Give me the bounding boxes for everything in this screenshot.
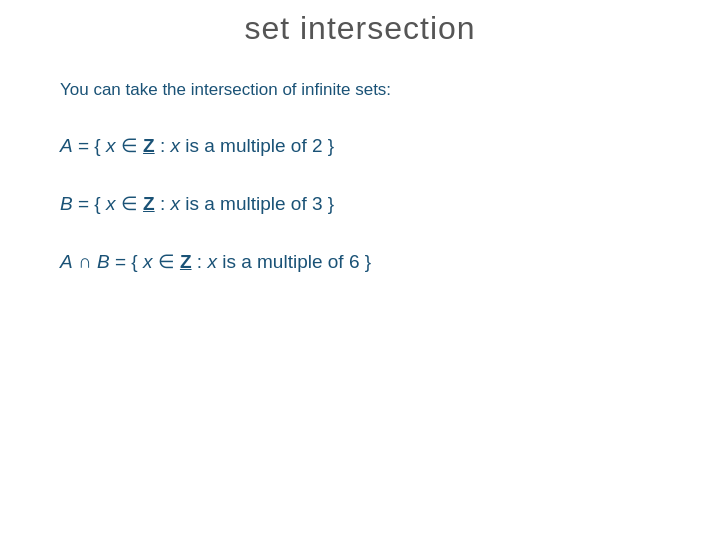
set-b-elem: ∈	[121, 193, 143, 214]
set-b-equals: = {	[78, 193, 106, 214]
set-b-integers: Z	[143, 193, 155, 214]
set-b-x: x	[106, 193, 116, 214]
set-intersection-definition: A ∩ B = { x ∈ Z : x is a multiple of 6 }	[60, 247, 660, 277]
set-ab-label: A	[60, 251, 73, 272]
set-ab-integers: Z	[180, 251, 192, 272]
set-a-label: A	[60, 135, 73, 156]
set-a-equals: = {	[78, 135, 106, 156]
set-a-elem: ∈	[121, 135, 143, 156]
set-a-definition: A = { x ∈ Z : x is a multiple of 2 }	[60, 131, 660, 161]
set-b-x2: x	[170, 193, 180, 214]
set-b-definition: B = { x ∈ Z : x is a multiple of 3 }	[60, 189, 660, 219]
set-ab-colon: :	[197, 251, 208, 272]
set-ab-desc: is a multiple of 6 }	[222, 251, 371, 272]
page-title: set intersection	[60, 10, 660, 47]
content-section: You can take the intersection of infinit…	[60, 67, 660, 278]
set-a-x2: x	[170, 135, 180, 156]
set-ab-x: x	[143, 251, 153, 272]
intro-text: You can take the intersection of infinit…	[60, 77, 660, 103]
set-b-label: B	[60, 193, 73, 214]
set-ab-x2: x	[207, 251, 217, 272]
title-section: set intersection	[60, 0, 660, 67]
set-a-x: x	[106, 135, 116, 156]
set-ab-b: B	[97, 251, 110, 272]
set-ab-equals: = {	[115, 251, 143, 272]
set-ab-elem: ∈	[158, 251, 180, 272]
set-a-colon: :	[160, 135, 171, 156]
set-b-desc: is a multiple of 3 }	[185, 193, 334, 214]
set-a-integers: Z	[143, 135, 155, 156]
set-b-colon: :	[160, 193, 171, 214]
set-a-desc: is a multiple of 2 }	[185, 135, 334, 156]
page-container: set intersection You can take the inters…	[0, 0, 720, 540]
set-ab-cap: ∩	[78, 251, 97, 272]
